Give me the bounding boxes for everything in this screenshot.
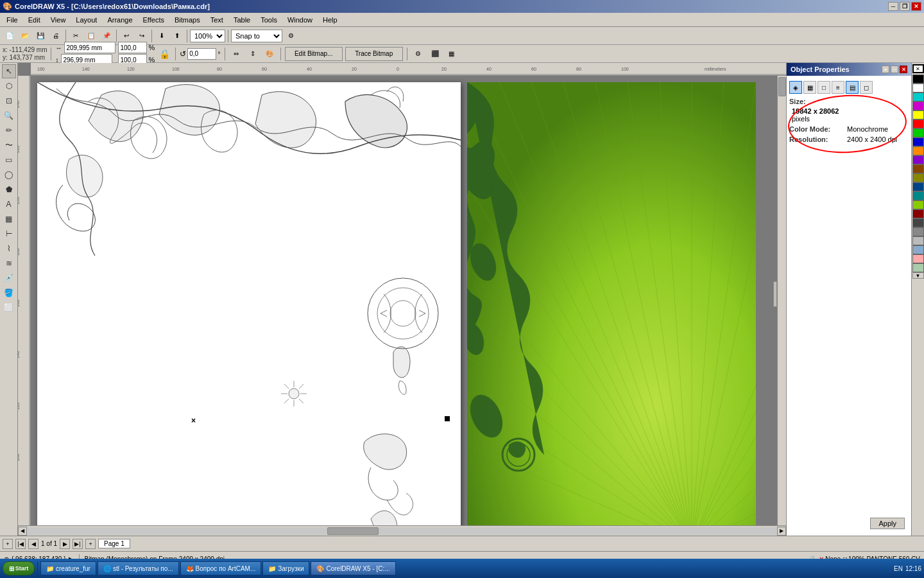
color-swatch-orange[interactable] bbox=[912, 146, 924, 155]
color-swatch-gray3[interactable] bbox=[912, 236, 924, 245]
import-button[interactable]: ⬇ bbox=[155, 29, 169, 43]
crop-tool[interactable]: ⊡ bbox=[2, 94, 16, 108]
color-swatch-red[interactable] bbox=[912, 119, 924, 128]
color-swatch-gray2[interactable] bbox=[912, 227, 924, 236]
zoom-combo[interactable]: 100% 75% 50% 200% bbox=[190, 30, 225, 42]
no-color-swatch[interactable]: ✕ bbox=[912, 64, 924, 73]
eyedropper-tool[interactable]: 💉 bbox=[2, 271, 16, 285]
menu-bitmaps[interactable]: Bitmaps bbox=[169, 15, 205, 25]
hscroll-right[interactable]: ▶ bbox=[777, 527, 786, 536]
lock-ratio-button[interactable]: 🔒 bbox=[157, 47, 171, 61]
color-swatch-cyan[interactable] bbox=[912, 92, 924, 101]
menu-layout[interactable]: Layout bbox=[71, 15, 102, 25]
select-tool[interactable]: ↖ bbox=[2, 64, 16, 78]
width-input[interactable] bbox=[64, 42, 116, 53]
menu-tools[interactable]: Tools bbox=[255, 15, 282, 25]
taskbar-stl[interactable]: 🌐 stl - Результаты по... bbox=[98, 561, 179, 575]
style-tab-btn[interactable]: ≡ bbox=[832, 81, 844, 94]
restore-button[interactable]: ❐ bbox=[900, 2, 910, 11]
fill-tab-btn[interactable]: ▦ bbox=[803, 81, 816, 94]
color-swatch-gray1[interactable] bbox=[912, 218, 924, 227]
apply-button[interactable]: Apply bbox=[870, 518, 905, 529]
angle-input[interactable] bbox=[187, 48, 216, 60]
edit-bitmap-button[interactable]: Edit Bitmap... bbox=[285, 47, 343, 61]
hscroll-thumb[interactable] bbox=[327, 527, 379, 535]
rectangle-tool[interactable]: ▭ bbox=[2, 153, 16, 167]
print-button[interactable]: 🖨 bbox=[49, 29, 63, 43]
start-button[interactable]: ⊞ Start bbox=[3, 561, 35, 575]
taskbar-downloads[interactable]: 📁 Загрузки bbox=[262, 561, 309, 575]
extra-tab-btn[interactable]: ◻ bbox=[860, 81, 873, 94]
color-swatch-teal[interactable] bbox=[912, 191, 924, 200]
color-swatch-purple[interactable] bbox=[912, 155, 924, 164]
menu-window[interactable]: Window bbox=[282, 15, 318, 25]
add-page-end-btn[interactable]: + bbox=[85, 539, 96, 549]
options-button[interactable]: ⚙ bbox=[284, 29, 298, 43]
shape-tool[interactable]: ⬡ bbox=[2, 79, 16, 93]
bitmap-tab-btn[interactable]: ▤ bbox=[846, 81, 859, 94]
color-swatch-ltgreen[interactable] bbox=[912, 263, 924, 272]
cut-button[interactable]: ✂ bbox=[69, 29, 83, 43]
panel-close-btn[interactable]: ✕ bbox=[900, 66, 907, 73]
table-tool[interactable]: ▦ bbox=[2, 212, 16, 226]
page1-tab[interactable]: Page 1 bbox=[98, 539, 130, 548]
menu-help[interactable]: Help bbox=[318, 15, 343, 25]
new-button[interactable]: 📄 bbox=[3, 29, 17, 43]
taskbar-creature-fur[interactable]: 📁 creature_fur bbox=[40, 561, 96, 575]
color-swatch-olive[interactable] bbox=[912, 173, 924, 182]
scale-x-input[interactable] bbox=[118, 42, 147, 53]
first-page-btn[interactable]: |◀ bbox=[15, 539, 26, 549]
color-swatch-white[interactable] bbox=[912, 83, 924, 92]
color-swatch-pink[interactable] bbox=[912, 254, 924, 263]
smartdraw-tool[interactable]: 〜 bbox=[2, 138, 16, 152]
hscroll-track[interactable] bbox=[27, 527, 777, 535]
menu-view[interactable]: View bbox=[46, 15, 71, 25]
palette-scroll-down[interactable]: ▼ bbox=[912, 272, 924, 279]
panel-menu-btn[interactable]: » bbox=[882, 66, 889, 73]
canvas-area[interactable]: 160 140 120 100 80 60 40 20 0 20 40 60 8… bbox=[18, 63, 786, 525]
color-swatch-yellow[interactable] bbox=[912, 110, 924, 119]
copy-button[interactable]: 📋 bbox=[84, 29, 98, 43]
color-swatch-ltblue[interactable] bbox=[912, 245, 924, 254]
export-button[interactable]: ⬆ bbox=[170, 29, 184, 43]
hscroll-left[interactable]: ◀ bbox=[18, 527, 27, 536]
blend-tool[interactable]: ≋ bbox=[2, 256, 16, 270]
menu-file[interactable]: File bbox=[1, 15, 23, 25]
undo-button[interactable]: ↩ bbox=[119, 29, 133, 43]
extrude-tool[interactable]: ⬜ bbox=[2, 301, 16, 315]
vscrollbar[interactable] bbox=[777, 76, 786, 525]
dimension-tool[interactable]: ⊢ bbox=[2, 227, 16, 241]
bitmap-options-btn[interactable]: ⚙ bbox=[411, 47, 425, 61]
flip-h-button[interactable]: ⇔ bbox=[229, 47, 243, 61]
menu-arrange[interactable]: Arrange bbox=[102, 15, 137, 25]
save-button[interactable]: 💾 bbox=[33, 29, 47, 43]
bitmap-frame-btn[interactable]: ▦ bbox=[445, 47, 459, 61]
color-swatch-navy[interactable] bbox=[912, 182, 924, 191]
menu-edit[interactable]: Edit bbox=[23, 15, 46, 25]
trace-bitmap-button[interactable]: Trace Bitmap bbox=[345, 47, 403, 61]
snap-combo[interactable]: Snap to bbox=[231, 30, 282, 42]
vscroll-thumb[interactable] bbox=[778, 77, 786, 96]
color-swatch-maroon[interactable] bbox=[912, 209, 924, 218]
menu-effects[interactable]: Effects bbox=[138, 15, 169, 25]
hscrollbar[interactable]: ◀ ▶ bbox=[18, 525, 786, 536]
polygon-tool[interactable]: ⬟ bbox=[2, 182, 16, 197]
connector-tool[interactable]: ⌇ bbox=[2, 241, 16, 256]
bitmap-color-btn[interactable]: 🎨 bbox=[262, 47, 277, 61]
panel-splitter[interactable] bbox=[773, 281, 777, 307]
general-tab-btn[interactable]: ◈ bbox=[789, 81, 802, 94]
ellipse-tool[interactable]: ◯ bbox=[2, 168, 16, 182]
open-button[interactable]: 📂 bbox=[18, 29, 32, 43]
color-swatch-green[interactable] bbox=[912, 128, 924, 137]
close-button[interactable]: ✕ bbox=[911, 2, 921, 11]
last-page-btn[interactable]: ▶| bbox=[73, 539, 83, 549]
minimize-button[interactable]: ─ bbox=[888, 2, 898, 11]
add-page-btn[interactable]: + bbox=[3, 539, 13, 549]
taskbar-artcam[interactable]: 🦊 Вопрос по ArtCAM... bbox=[180, 561, 262, 575]
paste-button[interactable]: 📌 bbox=[99, 29, 114, 43]
next-page-btn[interactable]: ▶ bbox=[60, 539, 70, 549]
color-swatch-lime[interactable] bbox=[912, 200, 924, 209]
paintbucket-tool[interactable]: 🪣 bbox=[2, 286, 16, 300]
bitmap-mask-btn[interactable]: ⬛ bbox=[428, 47, 442, 61]
color-swatch-black[interactable] bbox=[912, 74, 924, 83]
